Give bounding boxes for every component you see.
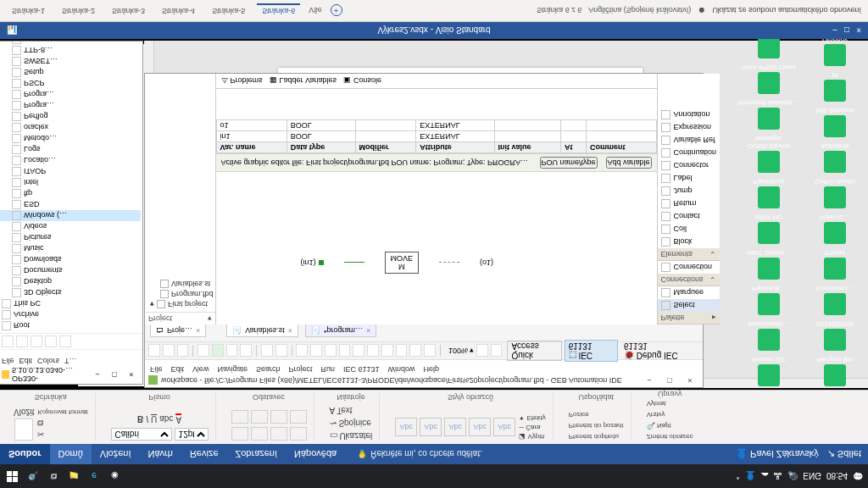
copy-icon[interactable]: ⧉ — [37, 419, 87, 429]
desktop-icon[interactable]: MAC Scann… — [737, 249, 800, 280]
run-icon[interactable] — [212, 345, 224, 358]
close-button[interactable]: × — [856, 26, 861, 36]
build-icon[interactable] — [198, 345, 209, 358]
palette-return[interactable]: Return — [658, 197, 721, 210]
text-tool[interactable]: A Text — [330, 406, 353, 415]
tab-ladder-vars[interactable]: ▦Ladder Variables — [270, 77, 337, 86]
position-button[interactable]: Pozice — [569, 411, 589, 419]
max-button[interactable]: □ — [844, 26, 849, 36]
col-header[interactable]: Modifier — [355, 142, 416, 153]
change-shape-button[interactable]: Změnit obrazec — [647, 433, 693, 441]
tool-icon[interactable] — [31, 336, 42, 347]
tree-item[interactable]: Desktop — [0, 276, 141, 287]
col-header[interactable]: Data type — [287, 142, 355, 153]
menu-window[interactable]: Window — [388, 360, 415, 374]
bold-button[interactable]: B — [137, 414, 143, 424]
tbtn-icon[interactable] — [409, 345, 421, 358]
palette-expression[interactable]: Expression — [658, 121, 721, 134]
menu-navigate[interactable]: Navigate — [217, 360, 248, 374]
app-icon[interactable] — [127, 469, 142, 484]
record-macro-icon[interactable]: ⏺ — [698, 7, 705, 15]
paste-button[interactable]: Vložit — [14, 408, 34, 441]
menu-more[interactable]: T… — [64, 350, 77, 365]
menu-file[interactable]: File — [2, 350, 14, 365]
style-swatch[interactable]: Abc — [493, 419, 515, 437]
max-button[interactable]: □ — [107, 370, 122, 379]
debug-icon[interactable] — [226, 345, 238, 358]
tray-volume-icon[interactable]: 🔊 — [787, 472, 798, 481]
tree-item-vars[interactable]: Variables.st — [147, 279, 214, 289]
tab-home[interactable]: Domů — [50, 444, 92, 464]
chevron-icon[interactable]: ▸ — [712, 313, 716, 322]
perspective-debug[interactable]: 🐞 Debug IEC 61131 — [620, 341, 699, 361]
cell[interactable] — [587, 131, 656, 142]
tree-item[interactable]: Videos — [0, 221, 141, 232]
tree-item[interactable]: This PC — [0, 298, 141, 309]
palette-marquee[interactable]: Marquee — [658, 286, 721, 299]
connector-tool[interactable]: ⤳ Spojnice — [330, 419, 371, 428]
layers-button[interactable]: Vrstvy — [647, 411, 665, 419]
view-menu-icon[interactable]: ▾ — [208, 314, 212, 323]
palette-variable-ref[interactable]: Variable Ref — [658, 134, 721, 147]
cell[interactable]: o1 — [216, 120, 287, 131]
elements-hdr[interactable]: Elements⌄ — [658, 248, 721, 261]
tbtn-icon[interactable] — [339, 345, 351, 358]
menu-edit[interactable]: Edit — [171, 360, 185, 374]
col-header[interactable]: Var. name — [216, 142, 287, 153]
tbtn-icon[interactable] — [381, 345, 393, 358]
tab-program[interactable]: 📄*program…× — [305, 324, 376, 337]
tree-item[interactable]: ESD — [0, 199, 141, 210]
tab-help[interactable]: Nápověda — [286, 444, 345, 464]
tab-design[interactable]: Návrh — [140, 444, 181, 464]
tree-item[interactable]: TTP-8… — [0, 45, 141, 56]
tbtn-icon[interactable] — [491, 345, 503, 358]
tab-view[interactable]: Zobrazení — [227, 444, 287, 464]
style-swatch[interactable]: Abc — [444, 419, 466, 437]
tool-icon[interactable] — [45, 336, 57, 347]
valign-mid-button[interactable] — [251, 410, 268, 424]
tray-people-icon[interactable]: 👤 — [745, 472, 755, 481]
cell[interactable]: EXTERNAL — [416, 131, 494, 142]
tab-variables[interactable]: 📄Variables.st× — [226, 324, 298, 337]
tab-file[interactable]: Soubor — [0, 444, 50, 464]
font-family[interactable]: Calibri — [111, 428, 172, 441]
connections-hdr[interactable]: Connections⌄ — [658, 274, 721, 286]
tbtn-icon[interactable] — [353, 345, 364, 358]
tree-root[interactable]: ▾First project — [147, 299, 214, 309]
menu-file[interactable]: File — [150, 360, 163, 374]
tray-lang[interactable]: ENG — [803, 472, 821, 481]
ide-menubar[interactable]: FileEditViewNavigateSearchProjectRunIEC … — [145, 360, 703, 374]
close-button[interactable]: × — [681, 374, 699, 386]
font-color-button[interactable]: A — [175, 413, 181, 424]
tray-network-icon[interactable]: 🖧 — [774, 472, 782, 481]
close-icon[interactable]: × — [366, 326, 370, 335]
share-button[interactable]: ↗ Sdílet — [827, 449, 861, 460]
project-explorer[interactable]: Project▾ ▾First project Program.fbd Vari… — [145, 74, 216, 324]
tree-item[interactable]: Pictures — [0, 232, 141, 243]
desktop-icon[interactable]: WinX HD — [737, 214, 800, 244]
format-painter-icon[interactable]: Kopírovat formát — [37, 409, 87, 417]
cell[interactable] — [355, 131, 416, 142]
saveall-icon[interactable] — [177, 345, 189, 358]
tool-icon[interactable] — [16, 336, 28, 347]
cell[interactable]: BOOL — [287, 120, 355, 131]
tbtn-icon[interactable] — [310, 345, 322, 358]
col-header[interactable]: Attribute — [416, 142, 494, 153]
menu-edit[interactable]: Edit — [19, 350, 33, 365]
visio-titlebar[interactable]: 📊 Výkres2.vsdx - Visio Standard −□× — [0, 22, 868, 39]
fbd-canvas[interactable]: (in1) M MOVE (o1) — [216, 172, 657, 324]
chevron-icon[interactable]: ⌄ — [709, 250, 716, 258]
tree-item[interactable]: Music — [0, 243, 141, 254]
align-right-button[interactable] — [270, 427, 287, 441]
cell[interactable] — [560, 120, 586, 131]
undo-icon[interactable] — [261, 345, 273, 358]
align-left-button[interactable] — [231, 427, 248, 441]
tree-item-program[interactable]: Program.fbd — [147, 289, 214, 299]
style-swatch[interactable]: Abc — [469, 419, 491, 437]
find-button[interactable]: 🔍 Najít — [647, 422, 671, 430]
col-header[interactable]: Init value — [494, 142, 560, 153]
valign-top-button[interactable] — [231, 410, 248, 424]
redo-icon[interactable] — [275, 345, 287, 358]
tab-insert[interactable]: Vložení — [92, 444, 140, 464]
tree-item[interactable]: Metodo… — [0, 133, 141, 144]
